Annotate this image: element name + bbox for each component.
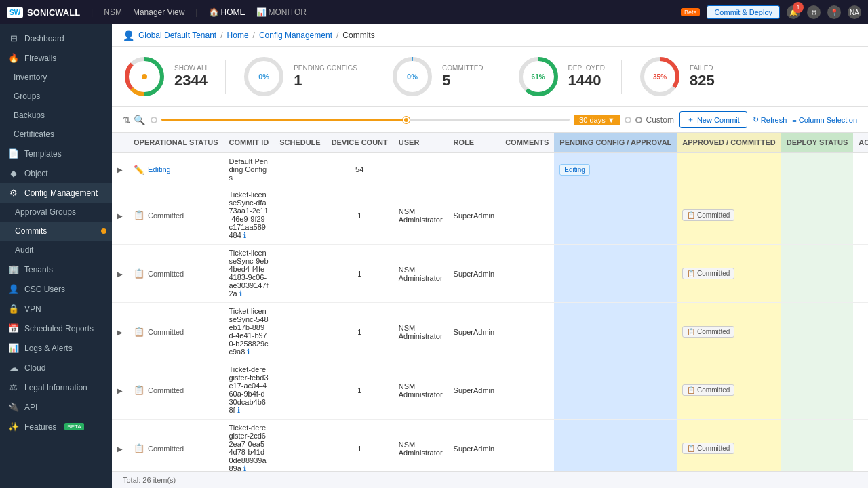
- filter-icon[interactable]: ⇅: [123, 115, 131, 125]
- notifications-icon[interactable]: 🔔 1: [787, 5, 800, 19]
- sidebar-item-object[interactable]: ◆ Object: [0, 163, 112, 183]
- sidebar-item-cloud[interactable]: ☁ Cloud: [0, 358, 112, 378]
- expand-icon[interactable]: ▶: [117, 445, 123, 453]
- sidebar-label-object: Object: [24, 169, 48, 178]
- sidebar-item-approval-groups[interactable]: Approval Groups: [0, 203, 112, 222]
- expand-icon[interactable]: ▶: [117, 212, 123, 220]
- commit-deploy-button[interactable]: Commit & Deploy: [707, 5, 780, 19]
- schedule-cell: [274, 152, 326, 186]
- sidebar-item-csc-users[interactable]: 👤 CSC Users: [0, 279, 112, 299]
- sidebar-item-config-management[interactable]: ⚙ Config Management: [0, 183, 112, 203]
- sidebar-label-vpn: VPN: [24, 304, 41, 314]
- settings-icon[interactable]: ⚙: [807, 5, 821, 19]
- schedule-cell: [274, 186, 326, 245]
- sidebar-item-tenants[interactable]: 🏢 Tenants: [0, 260, 112, 279]
- col-user: USER: [393, 133, 448, 152]
- approved-committed-cell: 📋 Committed: [677, 303, 781, 361]
- sidebar-item-firewalls[interactable]: 🔥 Firewalls: [0, 48, 112, 68]
- action-cell[interactable]: ⋯: [853, 303, 868, 361]
- deployed-gauge-label: 61%: [532, 73, 545, 81]
- home-link[interactable]: 🏠 HOME: [209, 7, 245, 17]
- col-role: ROLE: [448, 133, 500, 152]
- monitor-link[interactable]: 📊 MONITOR: [256, 7, 307, 17]
- sidebar-item-inventory[interactable]: Inventory: [0, 68, 112, 87]
- role-cell: SuperAdmin: [448, 303, 500, 361]
- expand-icon[interactable]: ▶: [117, 166, 123, 174]
- device-count-cell: 1: [326, 361, 393, 420]
- breadcrumb-config-mgmt[interactable]: Config Management: [259, 30, 332, 40]
- breadcrumb-tenant[interactable]: Global Default Tenant: [138, 30, 216, 40]
- sidebar-item-dashboard[interactable]: ⊞ Dashboard: [0, 28, 112, 48]
- column-selection-button[interactable]: ≡ Column Selection: [792, 116, 857, 124]
- approved-committed-badge: 📋 Committed: [682, 443, 734, 454]
- info-icon[interactable]: ℹ: [239, 289, 242, 298]
- expand-icon[interactable]: ▶: [117, 270, 123, 278]
- sidebar-item-logs-alerts[interactable]: 📊 Logs & Alerts: [0, 338, 112, 358]
- schedule-cell: [274, 303, 326, 361]
- sidebar-item-backups[interactable]: Backups: [0, 106, 112, 125]
- manager-view-link[interactable]: Manager View: [133, 7, 185, 17]
- committed-icon: 📋: [134, 443, 144, 453]
- expand-icon[interactable]: ▶: [117, 387, 123, 394]
- col-comments: COMMENTS: [500, 133, 554, 152]
- expand-cell[interactable]: ▶: [112, 420, 128, 472]
- user-avatar[interactable]: NA: [848, 5, 861, 19]
- action-cell[interactable]: ⋯: [853, 361, 868, 420]
- sidebar-label-logs-alerts: Logs & Alerts: [24, 344, 73, 353]
- sidebar-item-audit[interactable]: Audit: [0, 241, 112, 260]
- info-icon[interactable]: ℹ: [243, 464, 246, 471]
- failed-info: FAILED 825: [690, 64, 715, 89]
- action-cell[interactable]: ⋯: [853, 152, 868, 186]
- sidebar-label-csc-users: CSC Users: [24, 285, 65, 294]
- schedule-cell: [274, 361, 326, 420]
- new-commit-button[interactable]: ＋ New Commit: [679, 111, 747, 128]
- breadcrumb-home[interactable]: Home: [227, 30, 249, 40]
- sidebar-item-templates[interactable]: 📄 Templates: [0, 144, 112, 163]
- sidebar-item-certificates[interactable]: Certificates: [0, 125, 112, 144]
- refresh-button[interactable]: ↻ Refresh: [753, 115, 787, 124]
- location-icon[interactable]: 📍: [827, 5, 841, 19]
- api-icon: 🔌: [8, 402, 19, 412]
- info-icon[interactable]: ℹ: [237, 406, 240, 414]
- pending-approval-cell: [554, 361, 677, 420]
- action-cell[interactable]: ⋯: [853, 186, 868, 245]
- days-badge[interactable]: 30 days ▼: [574, 115, 620, 125]
- sidebar-item-commits[interactable]: Commits: [0, 222, 112, 241]
- expand-cell[interactable]: ▶: [112, 186, 128, 245]
- slider-track[interactable]: [161, 119, 570, 121]
- expand-cell[interactable]: ▶: [112, 152, 128, 186]
- search-icon[interactable]: 🔍: [134, 115, 145, 125]
- expand-cell[interactable]: ▶: [112, 245, 128, 303]
- table-row: ▶ ✏️ Editing Default Pending Configs 54 …: [112, 152, 868, 186]
- info-icon[interactable]: ℹ: [247, 348, 250, 356]
- sidebar-label-backups: Backups: [14, 110, 45, 120]
- expand-icon[interactable]: ▶: [117, 329, 123, 336]
- action-cell[interactable]: ⋯: [853, 420, 868, 472]
- deploy-status-cell: [781, 361, 853, 420]
- action-cell[interactable]: ⋯: [853, 245, 868, 303]
- committed-icon: 📋: [134, 268, 144, 279]
- table-row: ▶ 📋 Committed Ticket-deregister-febd3e17…: [112, 361, 868, 420]
- sidebar-item-groups[interactable]: Groups: [0, 87, 112, 106]
- failed-label: FAILED: [690, 64, 715, 72]
- columns-icon: ≡: [792, 116, 796, 124]
- beta-badge: Beta: [681, 8, 701, 16]
- sidebar-item-legal[interactable]: ⚖ Legal Information: [0, 378, 112, 397]
- expand-cell[interactable]: ▶: [112, 361, 128, 420]
- sidebar-label-commits: Commits: [15, 226, 47, 236]
- sidebar-item-scheduled-reports[interactable]: 📅 Scheduled Reports: [0, 319, 112, 338]
- approved-committed-cell: 📋 Committed: [677, 245, 781, 303]
- sidebar-item-features[interactable]: ✨ Features BETA: [0, 417, 112, 436]
- sidebar-label-legal: Legal Information: [24, 383, 87, 392]
- custom-button[interactable]: Custom: [646, 115, 674, 125]
- slider-thumb[interactable]: [403, 117, 410, 123]
- info-icon[interactable]: ℹ: [243, 231, 246, 239]
- expand-cell[interactable]: ▶: [112, 303, 128, 361]
- op-status-cell: 📋 Committed: [128, 303, 223, 361]
- sidebar-item-vpn[interactable]: 🔒 VPN: [0, 299, 112, 319]
- show-all-value: 2344: [174, 72, 209, 89]
- custom-radio[interactable]: [635, 117, 642, 123]
- vpn-icon: 🔒: [8, 304, 19, 314]
- col-approved-committed: APPROVED / COMMITTED: [677, 133, 781, 152]
- sidebar-item-api[interactable]: 🔌 API: [0, 397, 112, 417]
